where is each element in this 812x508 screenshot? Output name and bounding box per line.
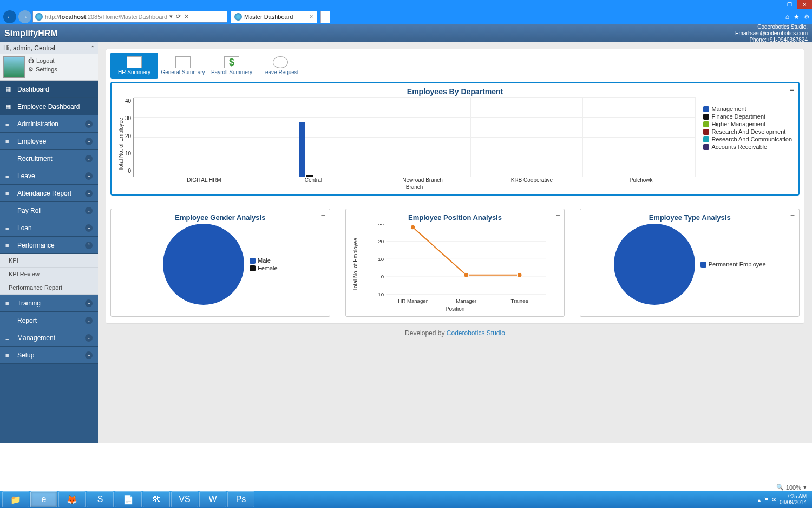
xlabel: Pulchowk: [586, 177, 696, 183]
legend-swatch: [703, 136, 709, 142]
sidebar-item-pay-roll[interactable]: ≡Pay Roll⌄: [0, 202, 98, 219]
forward-button[interactable]: →: [18, 10, 31, 23]
dept-legend: ManagementFinance DepartmentHigher Manag…: [703, 105, 792, 151]
dropdown-icon[interactable]: ▾: [169, 13, 173, 20]
zoom-value: 100%: [786, 484, 801, 491]
ie-favicon-icon: [234, 13, 242, 21]
sidebar-item-recruitment[interactable]: ≡Recruitment⌄: [0, 150, 98, 167]
url-host: localhost: [60, 14, 86, 20]
tools-icon[interactable]: ⚙: [804, 13, 810, 21]
chart-menu-icon[interactable]: ≡: [790, 212, 795, 221]
settings-link[interactable]: ⚙Settings: [28, 65, 57, 74]
taskbar-app-button[interactable]: Ps: [227, 491, 254, 507]
zoom-status[interactable]: 🔍 100% ▾: [776, 484, 807, 491]
taskbar-app-button[interactable]: 📄: [115, 491, 142, 507]
svg-text:Manager: Manager: [456, 298, 477, 304]
sidebar-item-loan[interactable]: ≡Loan⌄: [0, 219, 98, 237]
dashboard-tabs: HR SummaryGeneral SummaryPayroll Summery…: [110, 53, 800, 79]
sidebar-item-attendance-report[interactable]: ≡Attendance Report⌄: [0, 185, 98, 202]
legend-item: Finance Department: [703, 113, 792, 120]
taskbar-app-button[interactable]: 🦊: [58, 491, 86, 507]
legend-item: Accounts Receivable: [703, 144, 792, 150]
stop-icon[interactable]: ✕: [184, 13, 189, 20]
sidebar: Hi, admin, Central ⌃ ⏻Logout ⚙Settings ▦…: [0, 42, 98, 443]
taskbar-app-button[interactable]: e: [30, 491, 57, 507]
tab-title: Master Dashboard: [244, 14, 293, 20]
legend-swatch: [700, 262, 706, 268]
sidebar-item-report[interactable]: ≡Report⌄: [0, 312, 98, 329]
logout-link[interactable]: ⏻Logout: [28, 56, 57, 65]
data-point: [464, 272, 469, 277]
taskbar-app-button[interactable]: W: [199, 491, 226, 507]
submenu-item[interactable]: KPI Review: [0, 268, 98, 281]
sidebar-item-performance[interactable]: ≡Performance⌃: [0, 237, 98, 254]
legend-item: Higher Management: [703, 121, 792, 127]
sidebar-item-dashboard[interactable]: ▦Dashboard: [0, 81, 98, 98]
taskbar-app-button[interactable]: 📁: [2, 491, 29, 507]
chart-menu-icon[interactable]: ≡: [790, 86, 794, 95]
taskbar-app-button[interactable]: S: [87, 491, 114, 507]
url-prefix: http://: [45, 14, 60, 20]
type-legend: Permanent Employee: [700, 260, 766, 269]
sidebar-label: Setup: [17, 351, 34, 359]
taskbar-app-button[interactable]: VS: [171, 491, 198, 507]
performance-submenu: KPIKPI ReviewPerformance Report: [0, 254, 98, 295]
svg-text:-10: -10: [376, 291, 384, 297]
legend-swatch: [703, 106, 709, 112]
footer-link[interactable]: Coderobotics Studio: [447, 329, 505, 337]
submenu-item[interactable]: Performance Report: [0, 281, 98, 295]
tray-network-icon[interactable]: ✉: [772, 497, 776, 503]
taskbar-clock[interactable]: 7:25 AM 08/09/2014: [780, 493, 810, 505]
submenu-item[interactable]: KPI: [0, 254, 98, 268]
tab-icon: [224, 56, 239, 68]
sidebar-item-setup[interactable]: ≡Setup⌄: [0, 347, 98, 364]
tab-hr-summary[interactable]: HR Summary: [110, 53, 158, 79]
sidebar-label: Training: [17, 299, 41, 307]
taskbar-app-button[interactable]: 🛠: [143, 491, 170, 507]
new-tab-button[interactable]: [320, 11, 330, 23]
chart-menu-icon[interactable]: ≡: [555, 212, 560, 221]
browser-right-icons: ⌂ ★ ⚙: [785, 13, 810, 21]
browser-tab[interactable]: Master Dashboard ×: [231, 11, 317, 23]
window-close-button[interactable]: ✕: [797, 0, 812, 9]
svg-text:0: 0: [381, 273, 383, 279]
taskbar-time: 7:25 AM: [780, 493, 807, 499]
home-icon[interactable]: ⌂: [785, 13, 789, 21]
tray-flag-icon[interactable]: ⚑: [764, 497, 769, 503]
tab-general-summary[interactable]: General Summary: [159, 53, 207, 79]
sidebar-item-employee[interactable]: ≡Employee⌄: [0, 133, 98, 150]
tab-leave-request[interactable]: Leave Request: [257, 53, 304, 79]
tab-payroll-summery[interactable]: Payroll Summery: [208, 53, 256, 79]
sidebar-item-management[interactable]: ≡Management⌄: [0, 329, 98, 347]
power-icon: ⏻: [28, 56, 34, 65]
gender-legend: MaleFemale: [250, 256, 278, 272]
zoom-icon: 🔍: [776, 484, 784, 491]
window-maximize-button[interactable]: ❐: [782, 0, 797, 9]
svg-text:10: 10: [378, 256, 384, 262]
user-greeting-row[interactable]: Hi, admin, Central ⌃: [0, 42, 98, 54]
position-panel: ≡ Employee Position Analysis Total No. o…: [345, 209, 565, 317]
sidebar-item-training[interactable]: ≡Training⌄: [0, 295, 98, 312]
tray-chevron-icon[interactable]: ▴: [758, 497, 761, 503]
back-button[interactable]: ←: [3, 10, 16, 23]
sidebar-label: Report: [17, 317, 37, 324]
window-minimize-button[interactable]: —: [767, 0, 782, 9]
favorites-icon[interactable]: ★: [794, 13, 800, 21]
chevron-down-icon: ⌄: [85, 120, 93, 128]
zoom-dropdown-icon[interactable]: ▾: [803, 484, 807, 491]
legend-item: Permanent Employee: [700, 261, 766, 268]
header-company-info: Coderobotics Studio. Email:sasi@coderobo…: [735, 24, 808, 43]
sidebar-label: Loan: [17, 224, 32, 232]
sidebar-item-leave[interactable]: ≡Leave⌄: [0, 167, 98, 185]
chart-menu-icon[interactable]: ≡: [321, 212, 325, 221]
gender-pie: [163, 224, 244, 305]
dept-plot: [133, 98, 696, 177]
panel-row: ≡ Employee Gender Analysis MaleFemale ≡ …: [110, 209, 800, 317]
sidebar-label: Performance: [17, 242, 55, 249]
refresh-icon[interactable]: ⟳: [176, 13, 181, 20]
sidebar-item-employee-dashboard[interactable]: ▦Employee Dashboard: [0, 98, 98, 115]
address-bar[interactable]: http:// localhost :2085/Home/MasterDashb…: [32, 11, 227, 23]
chevron-up-icon: ⌃: [90, 45, 95, 51]
tab-close-icon[interactable]: ×: [310, 13, 313, 21]
sidebar-item-administration[interactable]: ≡Administration⌄: [0, 115, 98, 133]
